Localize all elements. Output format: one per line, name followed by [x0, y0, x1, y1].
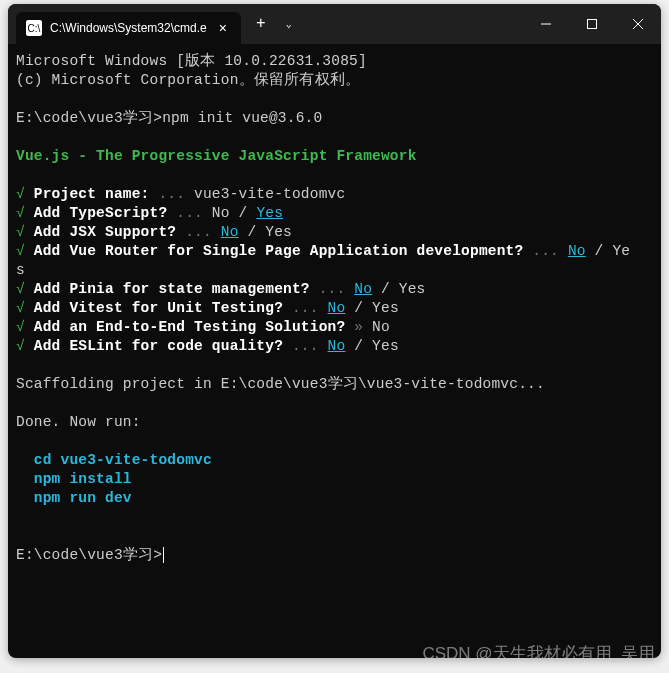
answer-no: No — [354, 281, 372, 297]
answer-value: No — [372, 319, 390, 335]
tab-title: C:\Windows\System32\cmd.e — [50, 21, 207, 35]
arrow: » — [345, 319, 372, 335]
check-icon: √ — [16, 186, 25, 202]
prompt-path: E:\code\vue3学习> — [16, 110, 162, 126]
sep: / — [230, 205, 257, 221]
done-msg: Done. Now run: — [16, 414, 141, 430]
prompt-cmd: npm init vue@3.6.0 — [162, 110, 322, 126]
header-line1: Microsoft Windows [版本 10.0.22631.3085] — [16, 53, 367, 69]
answer-no: No — [221, 224, 239, 240]
answer-no: No — [568, 243, 586, 259]
prompt-final: E:\code\vue3学习> — [16, 547, 162, 563]
dots: ... — [167, 205, 212, 221]
command-line: npm install — [16, 471, 132, 487]
vue-banner: Vue.js - The Progressive JavaScript Fram… — [16, 148, 417, 164]
dots: ... — [176, 224, 221, 240]
dots: ... — [523, 243, 568, 259]
sep: / — [239, 224, 266, 240]
check-icon: √ — [16, 300, 25, 316]
check-icon: √ — [16, 224, 25, 240]
question-label: Add Pinia for state management? — [25, 281, 310, 297]
dots: ... — [310, 281, 355, 297]
window-controls — [523, 4, 661, 44]
cursor — [163, 547, 164, 563]
close-button[interactable] — [615, 4, 661, 44]
command-line: cd vue3-vite-todomvc — [16, 452, 212, 468]
answer-yes: Yes — [265, 224, 292, 240]
cmd-icon: C:\ — [26, 20, 42, 36]
question-label: Add an End-to-End Testing Solution? — [25, 319, 345, 335]
question-label: Project name: — [25, 186, 150, 202]
tab-active[interactable]: C:\ C:\Windows\System32\cmd.e × — [16, 12, 241, 44]
check-icon: √ — [16, 281, 25, 297]
header-line2: (c) Microsoft Corporation。保留所有权利。 — [16, 72, 360, 88]
sep: / — [372, 281, 399, 297]
sep: / — [345, 300, 372, 316]
question-label: Add JSX Support? — [25, 224, 176, 240]
command-line: npm run dev — [16, 490, 132, 506]
check-icon: √ — [16, 205, 25, 221]
check-icon: √ — [16, 243, 25, 259]
answer-no: No — [328, 300, 346, 316]
watermark: CSDN @天生我材必有用_吴用 — [422, 642, 655, 665]
question-label: Add TypeScript? — [25, 205, 167, 221]
titlebar: C:\ C:\Windows\System32\cmd.e × + ⌄ — [8, 4, 661, 44]
answer-yes: Yes — [372, 300, 399, 316]
terminal-window: C:\ C:\Windows\System32\cmd.e × + ⌄ Micr… — [8, 4, 661, 658]
minimize-button[interactable] — [523, 4, 569, 44]
tab-dropdown-icon[interactable]: ⌄ — [277, 8, 301, 40]
terminal-content[interactable]: Microsoft Windows [版本 10.0.22631.3085] (… — [8, 44, 661, 573]
maximize-button[interactable] — [569, 4, 615, 44]
close-tab-icon[interactable]: × — [215, 20, 231, 36]
svg-rect-1 — [588, 20, 597, 29]
answer-value: vue3-vite-todomvc — [194, 186, 345, 202]
answer-no: No — [212, 205, 230, 221]
check-icon: √ — [16, 319, 25, 335]
sep: / — [345, 338, 372, 354]
question-label: Add Vue Router for Single Page Applicati… — [25, 243, 523, 259]
answer-yes: Yes — [399, 281, 426, 297]
answer-yes: Yes — [372, 338, 399, 354]
new-tab-button[interactable]: + — [245, 8, 277, 40]
answer-no: No — [328, 338, 346, 354]
sep: / — [586, 243, 613, 259]
scaffolding-msg: Scaffolding project in E:\code\vue3学习\vu… — [16, 376, 545, 392]
question-label: Add Vitest for Unit Testing? — [25, 300, 283, 316]
question-label: Add ESLint for code quality? — [25, 338, 283, 354]
dots: ... — [283, 338, 328, 354]
answer-yes: Yes — [256, 205, 283, 221]
dots: ... — [150, 186, 195, 202]
check-icon: √ — [16, 338, 25, 354]
dots: ... — [283, 300, 328, 316]
